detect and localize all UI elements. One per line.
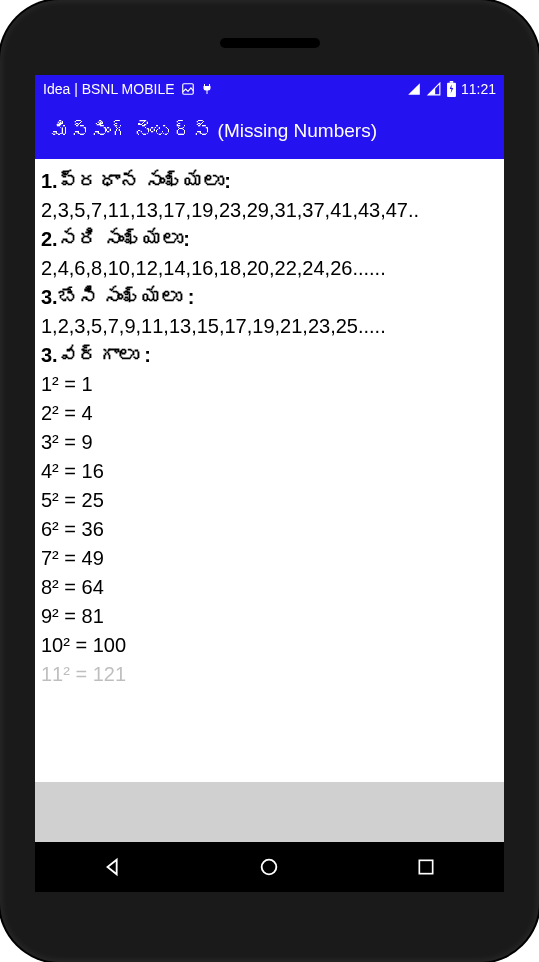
content-area[interactable]: 1.ప్రధాన సంఖ్యలు: 2,3,5,7,11,13,17,19,23…: [35, 159, 504, 782]
square-row: 10² = 100: [41, 631, 498, 660]
back-button[interactable]: [73, 842, 153, 892]
battery-icon: [446, 81, 457, 97]
square-row: 11² = 121: [41, 660, 498, 689]
sequence-odd: 1,2,3,5,7,9,11,13,15,17,19,21,23,25.....: [41, 312, 498, 341]
home-button[interactable]: [229, 842, 309, 892]
app-bar: మిస్సింగ్ నెంబర్స్ (Missing Numbers): [35, 103, 504, 159]
signal-icon-1: [406, 82, 422, 96]
plug-icon: [201, 82, 213, 96]
content-gap: [35, 782, 504, 842]
nav-bar: [35, 842, 504, 892]
status-left: Idea | BSNL MOBILE: [43, 81, 213, 97]
square-row: 6² = 36: [41, 515, 498, 544]
square-row: 3² = 9: [41, 428, 498, 457]
sequence-even: 2,4,6,8,10,12,14,16,18,20,22,24,26......: [41, 254, 498, 283]
status-bar: Idea | BSNL MOBILE 11:21: [35, 75, 504, 103]
square-row: 5² = 25: [41, 486, 498, 515]
heading-squares: 3.వర్గాలు :: [41, 341, 498, 370]
status-right: 11:21: [406, 81, 496, 97]
heading-even: 2.సరి సంఖ్యలు:: [41, 225, 498, 254]
clock-label: 11:21: [461, 81, 496, 97]
square-row: 9² = 81: [41, 602, 498, 631]
square-row: 1² = 1: [41, 370, 498, 399]
square-row: 2² = 4: [41, 399, 498, 428]
app-title: మిస్సింగ్ నెంబర్స్ (Missing Numbers): [51, 120, 377, 142]
phone-frame: Idea | BSNL MOBILE 11:21: [0, 0, 539, 962]
sequence-prime: 2,3,5,7,11,13,17,19,23,29,31,37,41,43,47…: [41, 196, 498, 225]
square-row: 4² = 16: [41, 457, 498, 486]
svg-rect-1: [450, 81, 454, 83]
phone-speaker: [220, 38, 320, 48]
heading-prime: 1.ప్రధాన సంఖ్యలు:: [41, 167, 498, 196]
square-row: 7² = 49: [41, 544, 498, 573]
square-row: 8² = 64: [41, 573, 498, 602]
svg-point-3: [262, 860, 277, 875]
carrier-label: Idea | BSNL MOBILE: [43, 81, 175, 97]
heading-odd: 3.బేసి సంఖ్యలు :: [41, 283, 498, 312]
signal-icon-2: [426, 82, 442, 96]
screen: Idea | BSNL MOBILE 11:21: [35, 75, 504, 892]
image-icon: [181, 82, 195, 96]
svg-rect-4: [419, 860, 432, 873]
recents-button[interactable]: [386, 842, 466, 892]
